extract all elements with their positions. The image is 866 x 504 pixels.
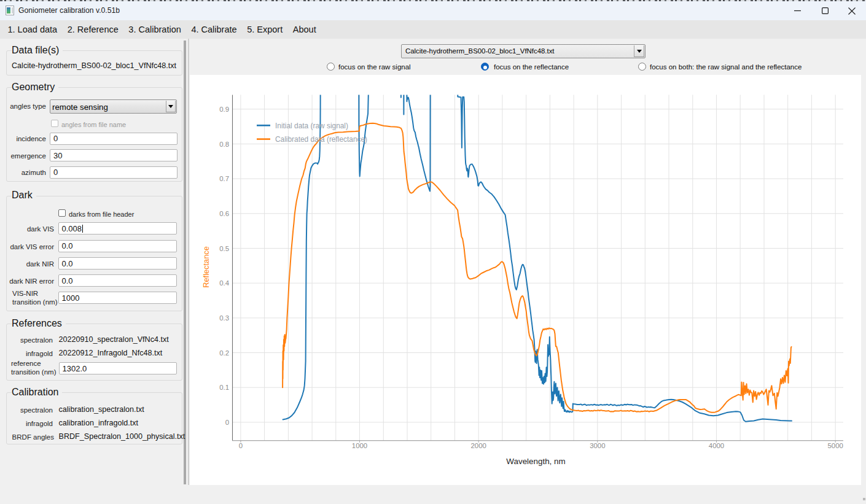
svg-text:0: 0 <box>225 419 229 426</box>
svg-text:0.8: 0.8 <box>219 141 229 148</box>
svg-text:5000: 5000 <box>828 442 843 449</box>
svg-text:0.1: 0.1 <box>219 384 229 391</box>
svg-text:0: 0 <box>239 442 243 449</box>
svg-text:Initial data (raw signal): Initial data (raw signal) <box>275 122 348 130</box>
svg-text:Wavelength, nm: Wavelength, nm <box>506 457 565 466</box>
svg-text:Calibrated data (reflectance): Calibrated data (reflectance) <box>275 135 367 144</box>
svg-text:0.4: 0.4 <box>219 279 229 287</box>
svg-text:4000: 4000 <box>709 442 724 449</box>
svg-text:0.9: 0.9 <box>219 106 229 113</box>
svg-text:0.5: 0.5 <box>219 245 229 252</box>
svg-text:Reflectance: Reflectance <box>201 246 211 288</box>
svg-text:0.3: 0.3 <box>219 314 229 322</box>
svg-text:2000: 2000 <box>471 442 486 449</box>
svg-text:0.7: 0.7 <box>219 175 229 182</box>
svg-text:1000: 1000 <box>352 442 367 449</box>
svg-text:0.2: 0.2 <box>219 349 229 357</box>
svg-text:0.6: 0.6 <box>219 210 229 217</box>
svg-text:3000: 3000 <box>590 442 605 449</box>
